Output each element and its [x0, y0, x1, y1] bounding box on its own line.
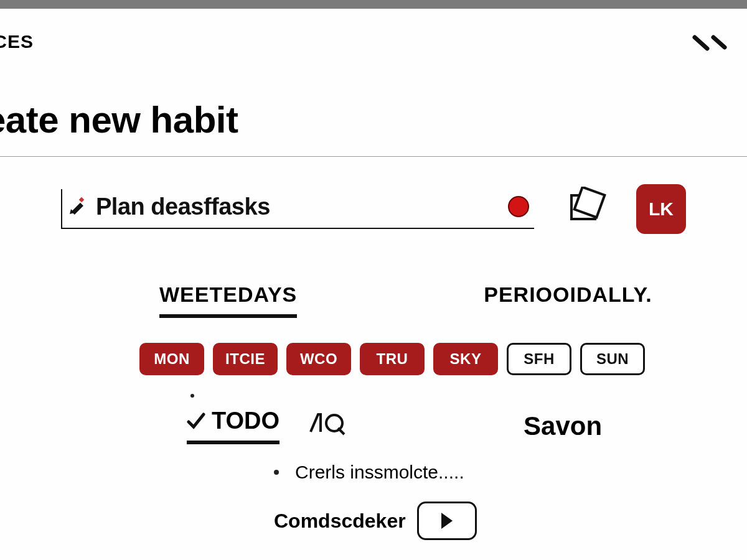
subopt-todo[interactable]: TODO	[187, 408, 280, 444]
picker-row: Comdscdeker	[274, 502, 747, 540]
svg-marker-6	[441, 513, 453, 529]
subopt-todo-label: TODO	[212, 408, 280, 434]
sub-options-row: TODO Savon	[187, 408, 747, 444]
helper-text-row: Crerls inssmolcte.....	[274, 462, 747, 483]
app-viewport: ICES eate new habit	[0, 9, 747, 560]
day-sun[interactable]: SUN	[580, 343, 645, 375]
tab-periodically[interactable]: PERIOOIDALLY.	[484, 282, 652, 318]
schedule-tabs: WEETEDAYS PERIOOIDALLY.	[159, 282, 747, 318]
color-picker-button[interactable]	[560, 184, 610, 234]
day-thu[interactable]: TRU	[360, 343, 425, 375]
habit-input-row: LK	[61, 184, 747, 234]
confirm-button-label: LK	[649, 198, 674, 220]
weekday-selector: MON ITCIE WCO TRU SKY SFH SUN	[139, 343, 747, 375]
helper-text: Crerls inssmolcte.....	[295, 462, 464, 483]
day-wed[interactable]: WCO	[286, 343, 351, 375]
header-row: ICES	[0, 9, 747, 61]
picker-next-button[interactable]	[417, 502, 477, 540]
nav-breadcrumb-fragment[interactable]: ICES	[0, 31, 34, 52]
close-icon[interactable]	[692, 31, 728, 61]
tab-weekdays[interactable]: WEETEDAYS	[159, 282, 297, 318]
habit-name-input[interactable]	[96, 194, 499, 220]
day-sat[interactable]: SFH	[507, 343, 571, 375]
dot-icon	[190, 394, 194, 398]
bullet-icon	[274, 470, 279, 475]
window-chrome-bar	[0, 0, 747, 9]
day-fri[interactable]: SKY	[433, 343, 498, 375]
pencil-icon	[68, 197, 87, 218]
title-divider	[0, 156, 747, 157]
day-tue[interactable]: ITCIE	[213, 343, 278, 375]
aq-icon	[307, 411, 347, 436]
picker-label: Comdscdeker	[274, 510, 406, 533]
confirm-button[interactable]: LK	[636, 184, 686, 234]
svg-rect-4	[575, 187, 605, 218]
svg-rect-1	[79, 197, 84, 202]
save-button[interactable]: Savon	[524, 411, 602, 441]
color-indicator-dot[interactable]	[508, 196, 529, 217]
day-mon[interactable]: MON	[139, 343, 204, 375]
check-icon	[187, 412, 205, 431]
subopt-other[interactable]	[307, 411, 347, 442]
page-title: eate new habit	[0, 98, 747, 141]
habit-name-field[interactable]	[61, 189, 534, 229]
arrow-right-icon	[439, 511, 455, 530]
